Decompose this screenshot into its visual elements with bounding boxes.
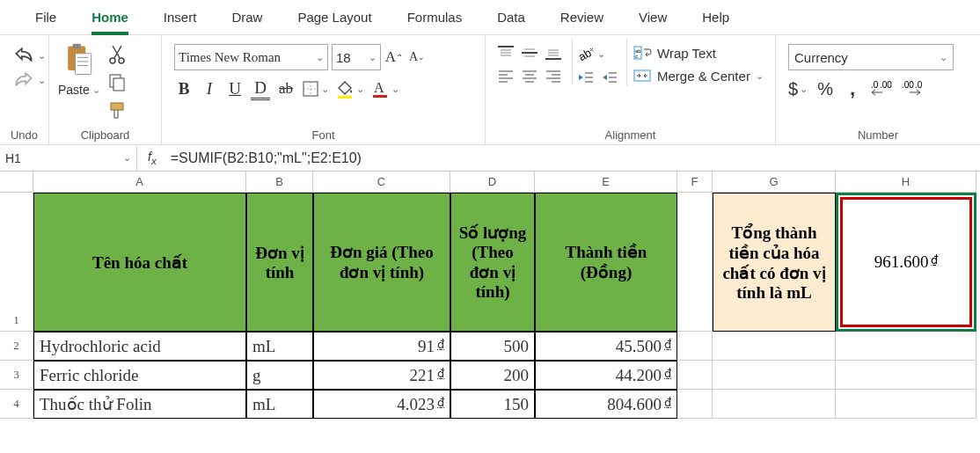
cell-A3[interactable]: Ferric chloride [33, 361, 246, 390]
double-underline-button[interactable]: D [251, 77, 270, 100]
increase-decimal-icon[interactable]: .0.00 [870, 79, 893, 99]
percent-button[interactable]: % [815, 77, 835, 100]
cell-H1[interactable]: 961.600₫ [836, 193, 976, 332]
row-header-2[interactable]: 2 [0, 332, 33, 361]
decrease-indent-icon[interactable] [576, 69, 596, 86]
decrease-decimal-icon[interactable]: .00.0 [901, 79, 924, 99]
copy-icon[interactable] [107, 72, 127, 93]
tab-home[interactable]: Home [74, 0, 146, 35]
ribbon-tabs: File Home Insert Draw Page Layout Formul… [0, 0, 980, 35]
wrap-text-button[interactable]: abc Wrap Text [633, 44, 764, 62]
redo-button[interactable]: ⌄ [12, 70, 46, 90]
align-right-icon[interactable] [544, 67, 563, 84]
format-painter-icon[interactable] [107, 100, 127, 121]
bold-button[interactable]: B [174, 77, 194, 100]
undo-button[interactable]: ⌄ [12, 46, 46, 65]
cell-B1[interactable]: Đơn vị tính [246, 193, 313, 332]
cell-G4[interactable] [713, 390, 836, 419]
cell-H3[interactable] [836, 361, 976, 390]
merge-center-button[interactable]: Merge & Center ⌄ [633, 67, 764, 84]
increase-font-button[interactable]: A⌃ [384, 46, 404, 69]
cell-B3[interactable]: g [246, 361, 313, 390]
row-header-1[interactable]: 1 [0, 193, 33, 332]
align-center-icon[interactable] [520, 67, 539, 84]
paste-button[interactable]: Paste⌄ [58, 42, 100, 97]
orientation-button[interactable]: ab ⌄ [576, 44, 619, 63]
cell-E1[interactable]: Thành tiền (Đồng) [535, 193, 677, 332]
number-format-select[interactable]: Currency⌄ [788, 44, 954, 70]
tab-file[interactable]: File [18, 0, 74, 35]
increase-indent-icon[interactable] [600, 69, 619, 86]
cell-E4[interactable]: 804.600₫ [535, 390, 677, 419]
cell-D4[interactable]: 150 [450, 390, 535, 419]
accounting-format-button[interactable]: $⌄ [788, 79, 808, 99]
svg-text:.00: .00 [902, 80, 914, 90]
fill-color-button[interactable]: ⌄ [335, 79, 364, 99]
italic-button[interactable]: I [200, 77, 219, 100]
tab-data[interactable]: Data [479, 0, 543, 35]
cell-C2[interactable]: 91₫ [313, 332, 450, 361]
strikethrough-button[interactable]: ab [276, 77, 296, 100]
group-label-font: Font [167, 126, 479, 144]
cell-F3[interactable] [677, 361, 713, 390]
bucket-icon [335, 79, 355, 99]
cell-E2[interactable]: 45.500₫ [535, 332, 677, 361]
cell-C4[interactable]: 4.023₫ [313, 390, 450, 419]
col-header-A[interactable]: A [33, 172, 246, 193]
col-header-C[interactable]: C [313, 172, 450, 193]
font-color-button[interactable]: A ⌄ [370, 79, 399, 99]
col-header-E[interactable]: E [535, 172, 677, 193]
tab-formulas[interactable]: Formulas [390, 0, 480, 35]
col-header-G[interactable]: G [713, 172, 836, 193]
tab-view[interactable]: View [621, 0, 684, 35]
align-top-icon[interactable] [496, 44, 516, 62]
tab-review[interactable]: Review [543, 0, 621, 35]
decrease-font-button[interactable]: A⌄ [407, 46, 427, 69]
cell-F1[interactable] [677, 193, 713, 332]
svg-rect-14 [338, 96, 352, 99]
cell-H4[interactable] [836, 390, 976, 419]
col-header-H[interactable]: H [836, 172, 976, 193]
col-header-D[interactable]: D [450, 172, 535, 193]
font-color-icon: A [370, 79, 390, 99]
cell-D1[interactable]: Số lượng (Theo đơn vị tính) [450, 193, 535, 332]
cell-F2[interactable] [677, 332, 713, 361]
align-left-icon[interactable] [496, 67, 516, 84]
cell-C1[interactable]: Đơn giá (Theo đơn vị tính) [313, 193, 450, 332]
cell-A2[interactable]: Hydrochloric acid [33, 332, 246, 361]
name-box[interactable]: H1⌄ [0, 146, 137, 171]
cell-G3[interactable] [713, 361, 836, 390]
tab-draw[interactable]: Draw [214, 0, 280, 35]
align-middle-icon[interactable] [520, 44, 539, 62]
cut-icon[interactable] [107, 44, 127, 65]
cell-H2[interactable] [836, 332, 976, 361]
cell-A4[interactable]: Thuốc thử Folin [33, 390, 246, 419]
align-bottom-icon[interactable] [544, 44, 563, 62]
select-all-corner[interactable] [0, 172, 33, 193]
row-header-3[interactable]: 3 [0, 361, 33, 390]
row-header-4[interactable]: 4 [0, 390, 33, 419]
cell-D3[interactable]: 200 [450, 361, 535, 390]
formula-input[interactable]: =SUMIF(B2:B10;"mL";E2:E10) [167, 150, 365, 166]
cell-E3[interactable]: 44.200₫ [535, 361, 677, 390]
comma-button[interactable]: , [843, 77, 862, 100]
tab-page-layout[interactable]: Page Layout [280, 0, 389, 35]
cell-B2[interactable]: mL [246, 332, 313, 361]
tab-insert[interactable]: Insert [146, 0, 215, 35]
cell-C3[interactable]: 221₫ [313, 361, 450, 390]
cell-G1[interactable]: Tổng thành tiền của hóa chất có đơn vị t… [713, 193, 836, 332]
svg-text:.0: .0 [871, 80, 879, 90]
font-name-select[interactable]: Times New Roman⌄ [174, 44, 328, 70]
cell-A1[interactable]: Tên hóa chất [33, 193, 246, 332]
borders-button[interactable]: ⌄ [302, 80, 329, 98]
fx-label[interactable]: fx [137, 150, 167, 166]
tab-help[interactable]: Help [684, 0, 747, 35]
underline-button[interactable]: U [225, 77, 245, 100]
cell-G2[interactable] [713, 332, 836, 361]
cell-B4[interactable]: mL [246, 390, 313, 419]
col-header-F[interactable]: F [677, 172, 713, 193]
font-size-select[interactable]: 18⌄ [332, 44, 381, 70]
col-header-B[interactable]: B [246, 172, 313, 193]
cell-F4[interactable] [677, 390, 713, 419]
cell-D2[interactable]: 500 [450, 332, 535, 361]
